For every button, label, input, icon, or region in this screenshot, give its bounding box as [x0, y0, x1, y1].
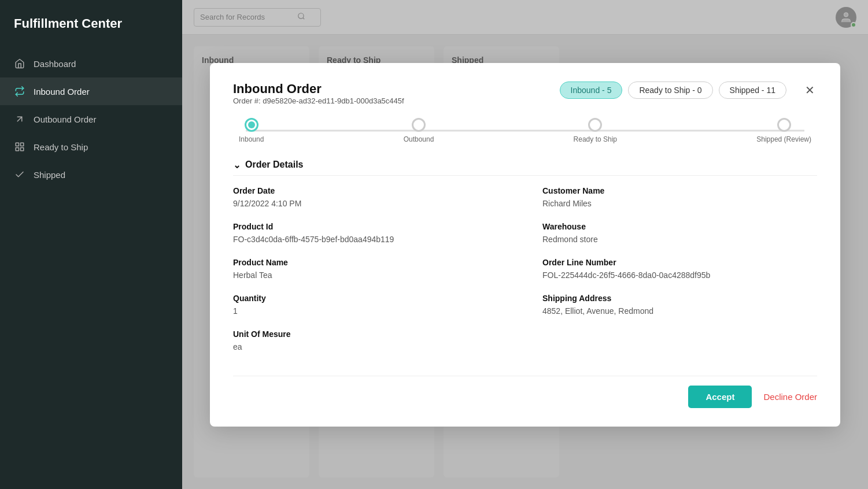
sidebar-nav: Dashboard Inbound Order Outbound Order: [0, 50, 182, 188]
customer-name-value: Richard Miles: [542, 199, 817, 208]
step-label-shipped: Shipped (Review): [756, 135, 811, 143]
progress-steps: Inbound Outbound Ready to Ship Shipped (…: [239, 118, 811, 143]
sidebar-item-label: Dashboard: [34, 59, 76, 69]
warehouse-value: Redmond store: [542, 235, 817, 244]
decline-button[interactable]: Decline Order: [763, 392, 817, 402]
shipped-icon: [14, 169, 25, 180]
sidebar-item-shipped[interactable]: Shipped: [0, 161, 182, 188]
field-unit-of-measure: Unit Of Mesure ea: [233, 329, 508, 351]
details-right: Customer Name Richard Miles Warehouse Re…: [542, 186, 817, 365]
order-date-label: Order Date: [233, 186, 508, 195]
sidebar-item-label: Shipped: [34, 170, 65, 180]
shipping-address-label: Shipping Address: [542, 294, 817, 303]
sidebar-item-ready[interactable]: Ready to Ship: [0, 133, 182, 161]
svg-rect-2: [21, 143, 24, 146]
field-product-id: Product Id FO-c3d4c0da-6ffb-4575-b9ef-bd…: [233, 222, 508, 244]
field-quantity: Quantity 1: [233, 294, 508, 316]
modal-overlay: Inbound Order Order #: d9e5820e-ad32-ed1…: [182, 0, 868, 489]
badge-shipped[interactable]: Shipped - 11: [719, 82, 786, 99]
unit-of-measure-value: ea: [233, 342, 508, 351]
sidebar-item-inbound[interactable]: Inbound Order: [0, 77, 182, 105]
home-icon: [14, 58, 25, 69]
unit-of-measure-label: Unit Of Mesure: [233, 329, 508, 339]
chevron-down-icon: ⌄: [233, 160, 241, 171]
sidebar-item-label: Ready to Ship: [34, 142, 88, 152]
section-title: Order Details: [245, 160, 303, 170]
product-id-label: Product Id: [233, 222, 508, 231]
progress-step-shipped: Shipped (Review): [756, 118, 811, 143]
order-line-value: FOL-225444dc-26f5-4666-8da0-0ac4288df95b: [542, 271, 817, 280]
modal-title: Inbound Order: [233, 82, 404, 97]
details-left: Order Date 9/12/2022 4:10 PM Product Id …: [233, 186, 508, 365]
field-warehouse: Warehouse Redmond store: [542, 222, 817, 244]
outbound-icon: [14, 113, 25, 125]
ready-icon: [14, 141, 25, 153]
badge-ready[interactable]: Ready to Ship - 0: [628, 82, 712, 99]
shipping-address-value: 4852, Elliot, Avenue, Redmond: [542, 306, 817, 316]
step-label-inbound: Inbound: [239, 135, 264, 143]
progress-step-inbound: Inbound: [239, 118, 264, 143]
step-circle-inbound: [245, 118, 258, 132]
close-button[interactable]: ✕: [803, 83, 817, 97]
progress-step-outbound: Outbound: [404, 118, 434, 143]
svg-line-0: [17, 117, 22, 121]
quantity-label: Quantity: [233, 294, 508, 303]
product-id-value: FO-c3d4c0da-6ffb-4575-b9ef-bd0aa494b119: [233, 235, 508, 244]
product-name-value: Herbal Tea: [233, 271, 508, 280]
sidebar: Fulfillment Center Dashboard Inbound Ord…: [0, 0, 182, 489]
order-date-value: 9/12/2022 4:10 PM: [233, 199, 508, 208]
order-id-label: Order #:: [233, 97, 261, 105]
order-id-value: d9e5820e-ad32-ed11-9db1-000d3a5c445f: [263, 97, 404, 105]
progress-step-ready: Ready to Ship: [574, 118, 617, 143]
inbound-icon: [14, 86, 25, 97]
step-circle-outbound: [412, 118, 426, 132]
field-customer-name: Customer Name Richard Miles: [542, 186, 817, 208]
sidebar-item-label: Outbound Order: [34, 114, 96, 124]
section-header: ⌄ Order Details: [233, 160, 817, 176]
step-label-outbound: Outbound: [404, 135, 434, 143]
product-name-label: Product Name: [233, 258, 508, 267]
svg-rect-1: [16, 143, 19, 146]
details-grid: Order Date 9/12/2022 4:10 PM Product Id …: [233, 186, 817, 365]
quantity-value: 1: [233, 306, 508, 316]
sidebar-item-dashboard[interactable]: Dashboard: [0, 50, 182, 77]
sidebar-item-outbound[interactable]: Outbound Order: [0, 105, 182, 133]
customer-name-label: Customer Name: [542, 186, 817, 195]
field-order-date: Order Date 9/12/2022 4:10 PM: [233, 186, 508, 208]
main-content: Inbound Ready to Ship Shipped Inbound Or…: [182, 0, 868, 489]
step-label-ready: Ready to Ship: [574, 135, 617, 143]
modal-footer: Accept Decline Order: [233, 376, 817, 408]
field-product-name: Product Name Herbal Tea: [233, 258, 508, 280]
modal: Inbound Order Order #: d9e5820e-ad32-ed1…: [210, 63, 840, 427]
badge-inbound[interactable]: Inbound - 5: [560, 82, 623, 99]
order-line-label: Order Line Number: [542, 258, 817, 267]
sidebar-item-label: Inbound Order: [34, 87, 90, 97]
modal-header: Inbound Order Order #: d9e5820e-ad32-ed1…: [233, 82, 817, 114]
step-circle-ready: [588, 118, 602, 132]
field-shipping-address: Shipping Address 4852, Elliot, Avenue, R…: [542, 294, 817, 316]
svg-rect-3: [21, 148, 24, 151]
step-circle-shipped: [777, 118, 791, 132]
order-id: Order #: d9e5820e-ad32-ed11-9db1-000d3a5…: [233, 97, 404, 105]
modal-badges: Inbound - 5 Ready to Ship - 0 Shipped - …: [560, 82, 786, 99]
field-order-line: Order Line Number FOL-225444dc-26f5-4666…: [542, 258, 817, 280]
accept-button[interactable]: Accept: [688, 386, 752, 408]
app-title: Fulfillment Center: [0, 0, 182, 50]
warehouse-label: Warehouse: [542, 222, 817, 231]
modal-title-section: Inbound Order Order #: d9e5820e-ad32-ed1…: [233, 82, 404, 114]
svg-rect-4: [16, 148, 19, 151]
